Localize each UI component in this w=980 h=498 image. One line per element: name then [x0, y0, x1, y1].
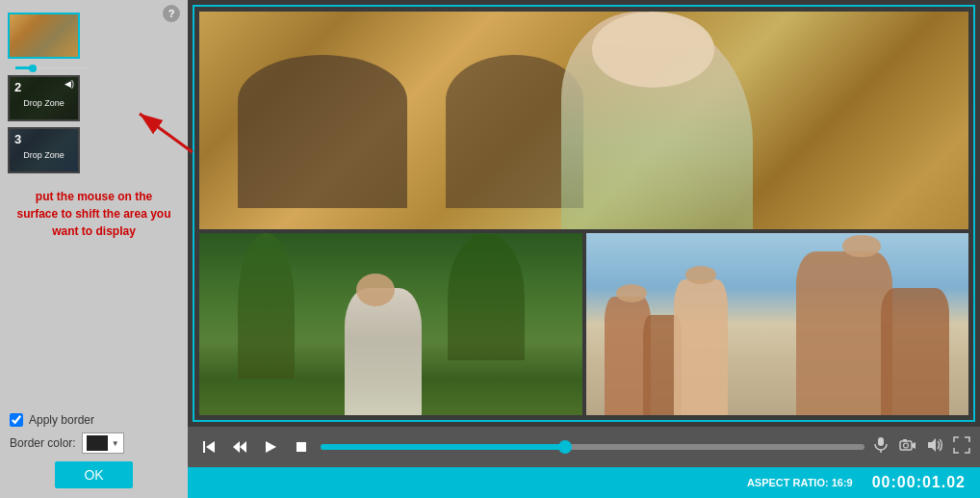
- clip-thumbnail-3[interactable]: 3 Drop Zone: [8, 127, 80, 173]
- video-display: [193, 5, 975, 422]
- svg-marker-13: [928, 438, 936, 452]
- play-button[interactable]: [259, 435, 282, 459]
- bottom-left-video: [199, 233, 582, 415]
- aspect-ratio-label: ASPECT RATIO: 16:9: [747, 477, 853, 488]
- svg-rect-2: [203, 441, 205, 453]
- fullscreen-icon[interactable]: [953, 436, 970, 458]
- skip-to-start-button[interactable]: [197, 435, 220, 459]
- svg-rect-12: [903, 439, 907, 441]
- svg-marker-6: [266, 441, 276, 453]
- timeline-track[interactable]: [321, 444, 864, 450]
- stop-button[interactable]: [290, 435, 313, 459]
- top-video: [199, 12, 968, 229]
- left-panel: ? 2 Drop Zone ◀): [0, 0, 188, 498]
- svg-rect-7: [297, 442, 306, 452]
- clip-number-2: 2: [14, 80, 21, 94]
- border-color-row: Border color: ▼: [10, 432, 178, 454]
- help-button[interactable]: ?: [163, 5, 180, 22]
- step-back-button[interactable]: [228, 435, 251, 459]
- timecode-display: 00:00:01.02: [872, 474, 966, 491]
- svg-line-1: [140, 114, 193, 152]
- clip-number-3: 3: [14, 132, 21, 146]
- border-color-label: Border color:: [10, 436, 76, 450]
- bottom-videos: [199, 233, 968, 415]
- clip-progress-bar: [15, 66, 88, 69]
- volume-icon[interactable]: [926, 436, 943, 458]
- clip-thumbnail-2[interactable]: 2 Drop Zone ◀): [8, 75, 80, 121]
- clip-thumbnail-1[interactable]: [8, 13, 80, 59]
- clip-progress-dot: [29, 65, 37, 72]
- svg-marker-3: [206, 441, 215, 453]
- svg-rect-10: [900, 441, 912, 450]
- clip-info-panel-3: 3 Drop Zone: [10, 129, 78, 171]
- hint-text: put the mouse on the surface to shift th…: [0, 178, 188, 249]
- clip-sound-icon-2: ◀): [64, 79, 74, 89]
- apply-border-checkbox[interactable]: [10, 413, 23, 427]
- clip-label-3: Drop Zone: [14, 150, 73, 160]
- ok-button[interactable]: OK: [55, 461, 132, 488]
- playback-bar: [188, 427, 980, 467]
- svg-rect-8: [878, 437, 884, 446]
- timeline-fill: [321, 444, 565, 450]
- clip-progress-fill: [15, 66, 30, 69]
- camera-icon[interactable]: [899, 436, 916, 458]
- list-item[interactable]: [8, 13, 180, 59]
- svg-marker-5: [240, 441, 246, 453]
- apply-border-row: Apply border: [10, 413, 178, 427]
- color-swatch: [87, 435, 108, 451]
- apply-border-label: Apply border: [29, 413, 94, 427]
- svg-marker-4: [233, 441, 240, 453]
- bottom-controls: Apply border Border color: ▼ OK: [0, 406, 188, 498]
- chevron-down-icon: ▼: [112, 439, 119, 448]
- clip-label-2: Drop Zone: [14, 98, 73, 108]
- playback-icon-group: [872, 436, 970, 458]
- main-area: ASPECT RATIO: 16:9 00:00:01.02: [188, 0, 980, 498]
- mic-icon[interactable]: [872, 436, 890, 458]
- timeline-thumb[interactable]: [558, 440, 572, 454]
- bottom-right-video: [586, 233, 969, 415]
- status-bar: ASPECT RATIO: 16:9 00:00:01.02: [188, 467, 980, 498]
- svg-point-11: [904, 443, 909, 448]
- border-color-picker[interactable]: ▼: [82, 432, 124, 454]
- arrow-indicator: [125, 104, 202, 166]
